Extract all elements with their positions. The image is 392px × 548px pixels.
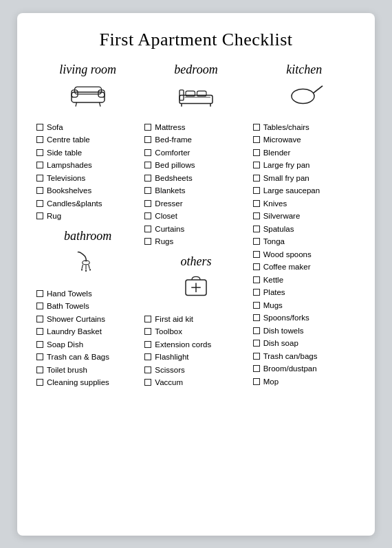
checkbox[interactable] [253, 175, 260, 182]
checkbox[interactable] [144, 353, 151, 360]
checkbox[interactable] [36, 328, 43, 335]
checkbox[interactable] [36, 303, 43, 309]
checkbox[interactable] [144, 379, 151, 386]
list-item[interactable]: Knives [253, 199, 356, 210]
checkbox[interactable] [144, 212, 151, 219]
checkbox[interactable] [144, 328, 151, 335]
list-item[interactable]: Dish towels [253, 326, 356, 337]
list-item[interactable]: Large saucepan [253, 186, 356, 197]
list-item[interactable]: Toolbox [144, 327, 247, 338]
list-item[interactable]: Small fry pan [253, 173, 356, 184]
checkbox[interactable] [144, 341, 151, 348]
list-item[interactable]: Tables/chairs [253, 122, 356, 133]
checkbox[interactable] [253, 314, 260, 321]
checkbox[interactable] [36, 379, 43, 386]
checkbox[interactable] [144, 124, 151, 131]
list-item[interactable]: Extension cords [144, 340, 247, 351]
list-item[interactable]: Spoons/forks [253, 313, 356, 324]
list-item[interactable]: Rugs [144, 237, 247, 248]
checkbox[interactable] [253, 289, 260, 296]
checkbox[interactable] [36, 290, 43, 297]
list-item[interactable]: Mugs [253, 300, 356, 311]
list-item[interactable]: Bookshelves [36, 186, 139, 197]
checkbox[interactable] [144, 149, 151, 156]
list-item[interactable]: Coffee maker [253, 262, 356, 273]
checkbox[interactable] [36, 136, 43, 143]
list-item[interactable]: Plates [253, 287, 356, 298]
checkbox[interactable] [36, 316, 43, 322]
list-item[interactable]: Lampshades [36, 160, 139, 171]
checkbox[interactable] [253, 251, 260, 258]
list-item[interactable]: Dish soap [253, 338, 356, 349]
list-item[interactable]: Mattress [144, 122, 247, 133]
list-item[interactable]: Side table [36, 148, 139, 159]
checkbox[interactable] [144, 136, 151, 143]
list-item[interactable]: Comforter [144, 148, 247, 159]
list-item[interactable]: Blankets [144, 186, 247, 197]
list-item[interactable]: Laundry Basket [36, 327, 139, 338]
checkbox[interactable] [144, 366, 151, 373]
list-item[interactable]: Trash can/bags [253, 351, 356, 362]
checkbox[interactable] [144, 175, 151, 182]
checkbox[interactable] [144, 316, 151, 322]
checkbox[interactable] [253, 187, 260, 194]
list-item[interactable]: Blender [253, 148, 356, 159]
checkbox[interactable] [253, 327, 260, 334]
list-item[interactable]: Large fry pan [253, 160, 356, 171]
list-item[interactable]: Broom/dustpan [253, 364, 356, 375]
checkbox[interactable] [253, 136, 260, 143]
list-item[interactable]: Silverware [253, 211, 356, 222]
list-item[interactable]: Soap Dish [36, 340, 139, 351]
checkbox[interactable] [36, 212, 43, 219]
list-item[interactable]: Kettle [253, 275, 356, 286]
list-item[interactable]: Cleaning supplies [36, 377, 139, 388]
checkbox[interactable] [144, 187, 151, 194]
list-item[interactable]: Bed-frame [144, 135, 247, 146]
checkbox[interactable] [144, 200, 151, 207]
list-item[interactable]: Televisions [36, 173, 139, 184]
list-item[interactable]: Microwave [253, 135, 356, 146]
checkbox[interactable] [253, 200, 260, 207]
checkbox[interactable] [36, 353, 43, 360]
checkbox[interactable] [36, 124, 43, 131]
checkbox[interactable] [36, 175, 43, 182]
checkbox[interactable] [253, 238, 260, 245]
checkbox[interactable] [253, 340, 260, 347]
checkbox[interactable] [253, 226, 260, 232]
checkbox[interactable] [36, 149, 43, 156]
checkbox[interactable] [253, 162, 260, 168]
checkbox[interactable] [253, 212, 260, 219]
list-item[interactable]: Toilet brush [36, 365, 139, 376]
checkbox[interactable] [144, 226, 151, 232]
list-item[interactable]: Spatulas [253, 224, 356, 235]
checkbox[interactable] [144, 238, 151, 245]
list-item[interactable]: Trash can & Bags [36, 352, 139, 363]
list-item[interactable]: Hand Towels [36, 289, 139, 300]
list-item[interactable]: Vaccum [144, 377, 247, 388]
list-item[interactable]: Bedsheets [144, 173, 247, 184]
checkbox[interactable] [36, 200, 43, 207]
list-item[interactable]: Centre table [36, 135, 139, 146]
list-item[interactable]: Flashlight [144, 352, 247, 363]
list-item[interactable]: Rug [36, 211, 139, 222]
checkbox[interactable] [36, 341, 43, 348]
list-item[interactable]: Bed pillows [144, 160, 247, 171]
checkbox[interactable] [36, 162, 43, 168]
list-item[interactable]: Scissors [144, 365, 247, 376]
checkbox[interactable] [36, 366, 43, 373]
checkbox[interactable] [253, 263, 260, 270]
checkbox[interactable] [253, 353, 260, 360]
list-item[interactable]: Shower Curtains [36, 314, 139, 325]
list-item[interactable]: Candles&plants [36, 199, 139, 210]
checkbox[interactable] [253, 365, 260, 372]
checkbox[interactable] [253, 276, 260, 283]
list-item[interactable]: Tonga [253, 237, 356, 248]
list-item[interactable]: Sofa [36, 122, 139, 133]
list-item[interactable]: Closet [144, 211, 247, 222]
checkbox[interactable] [253, 124, 260, 131]
checkbox[interactable] [253, 302, 260, 309]
checkbox[interactable] [253, 149, 260, 156]
checkbox[interactable] [144, 162, 151, 168]
list-item[interactable]: First aid kit [144, 314, 247, 325]
list-item[interactable]: Mop [253, 377, 356, 388]
